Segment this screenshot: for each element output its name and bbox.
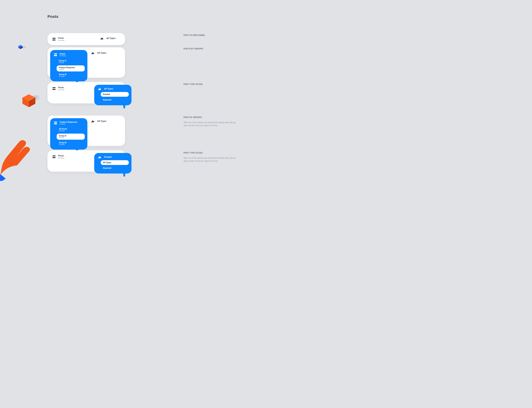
option-label: Group A — [59, 60, 83, 62]
types-filter-label: All Types — [97, 120, 106, 122]
option-label: Reported — [103, 99, 127, 101]
filter-panel-types-open: Posts 20 Posts All Types Pended — [48, 82, 125, 103]
option-count: 2 Posts — [59, 68, 83, 70]
option-count: 11 Posts — [59, 76, 83, 77]
types-icon — [100, 37, 104, 40]
option-count: 20 Posts — [59, 130, 83, 132]
annotation-body: After one of the options was selected th… — [184, 121, 236, 127]
annotation-body: After one of the options was selected th… — [184, 157, 236, 163]
types-icon — [91, 51, 95, 54]
types-filter-trigger[interactable]: All Types — [86, 116, 134, 146]
posts-dropdown: Feature Requests 2 Posts All Posts 20 Po… — [50, 118, 87, 150]
filter-panel-collapsed: Posts 20 Posts All Types — [48, 33, 125, 45]
type-option-pended[interactable]: Pended — [101, 92, 129, 97]
types-icon — [91, 120, 95, 122]
types-filter-label: All Types — [97, 52, 106, 54]
filter-panel-types-selected: Posts 20 Posts Pended All Types — [48, 150, 125, 172]
posts-icon — [54, 122, 57, 124]
types-dropdown: All Types Pended Reported — [94, 85, 131, 105]
posts-filter-count: 20 Posts — [58, 40, 64, 41]
annotation: POST TYPE FILTER. — [184, 83, 236, 85]
posts-filter-label: Posts — [58, 154, 64, 157]
annotation-title: POSTS BY GROUPS. — [184, 48, 236, 50]
option-label: All Types — [103, 162, 127, 164]
types-filter-trigger[interactable]: All Types — [95, 33, 143, 45]
posts-dropdown-count: 20 Posts — [60, 55, 66, 57]
types-icon — [98, 87, 101, 90]
filter-panel-groups-open: Posts 20 Posts Group A 3 Posts Feature R… — [48, 47, 125, 78]
type-option-reported[interactable]: Reported — [101, 166, 129, 170]
annotation: POST BY GROUPS. After one of the options… — [184, 116, 236, 127]
decoration-hand — [0, 129, 44, 181]
posts-filter-count: 20 Posts — [58, 157, 64, 159]
posts-icon — [52, 38, 55, 41]
annotation-title: POST BY GROUPS. — [184, 116, 236, 118]
types-icon — [98, 156, 101, 158]
filter-panel-groups-selected: Feature Requests 2 Posts All Posts 20 Po… — [48, 116, 125, 146]
types-dropdown-label: All Types — [104, 88, 113, 90]
group-option-feature-requests[interactable]: Feature Requests 2 Posts — [57, 65, 85, 71]
posts-filter-trigger[interactable]: Posts 20 Posts — [48, 82, 95, 103]
group-option-group-a[interactable]: Group A 3 Posts — [57, 134, 85, 140]
svg-rect-8 — [91, 54, 92, 54]
svg-rect-10 — [91, 122, 92, 122]
option-label: Reported — [103, 167, 127, 169]
option-label: Feature Requests — [59, 67, 83, 68]
option-label: Group B — [59, 73, 83, 76]
posts-filter-count: 20 Posts — [58, 89, 64, 91]
posts-dropdown: Posts 20 Posts Group A 3 Posts Feature R… — [50, 50, 87, 81]
types-dropdown: Pended All Types Reported — [94, 153, 131, 173]
posts-icon — [52, 155, 55, 158]
posts-filter-label: Posts — [58, 37, 64, 39]
group-option-group-a[interactable]: Group A 3 Posts — [57, 59, 85, 65]
option-label: Group B — [59, 142, 83, 144]
posts-icon — [52, 87, 55, 90]
posts-dropdown-count: 2 Posts — [60, 123, 77, 125]
svg-rect-9 — [98, 90, 99, 90]
decoration-shadow-small — [22, 46, 27, 49]
posts-filter-trigger[interactable]: Posts 20 Posts — [48, 33, 95, 45]
option-count: 11 Posts — [59, 144, 83, 145]
types-dropdown-label: Pended — [104, 156, 112, 158]
posts-dropdown-label: Posts — [60, 53, 66, 55]
type-option-all-types[interactable]: All Types — [101, 160, 129, 165]
svg-rect-11 — [98, 158, 99, 158]
svg-rect-7 — [100, 39, 101, 40]
group-option-group-b[interactable]: Group B 11 Posts — [57, 72, 85, 78]
option-label: All Posts — [59, 128, 83, 130]
decoration-cube-blue — [18, 45, 23, 49]
annotation-title: POST FILTERS PANEL. — [184, 34, 236, 36]
group-option-group-b[interactable]: Group B 11 Posts — [57, 140, 85, 146]
option-label: Pended — [103, 93, 127, 95]
annotation-title: POST TYPE FILTER. — [184, 83, 236, 85]
annotation: POST FILTERS PANEL. — [184, 34, 236, 36]
annotation: POST TYPE FILTER. After one of the optio… — [184, 152, 236, 163]
group-option-all-posts[interactable]: All Posts 20 Posts — [57, 127, 85, 133]
types-filter-label: All Types — [106, 37, 116, 39]
posts-filter-trigger[interactable]: Posts 20 Posts — [48, 150, 95, 172]
type-option-reported[interactable]: Reported — [101, 97, 129, 102]
annotation: POSTS BY GROUPS. — [184, 48, 236, 50]
option-count: 3 Posts — [59, 62, 83, 63]
option-label: Group A — [59, 135, 83, 137]
decoration-cube-orange — [21, 93, 36, 108]
page-title: Posts — [48, 14, 58, 19]
posts-dropdown-label: Feature Requests — [60, 121, 77, 123]
option-count: 3 Posts — [59, 137, 83, 138]
annotation-title: POST TYPE FILTER. — [184, 152, 236, 154]
posts-icon — [54, 53, 57, 56]
posts-filter-label: Posts — [58, 86, 64, 89]
types-filter-trigger[interactable]: All Types — [86, 47, 134, 78]
